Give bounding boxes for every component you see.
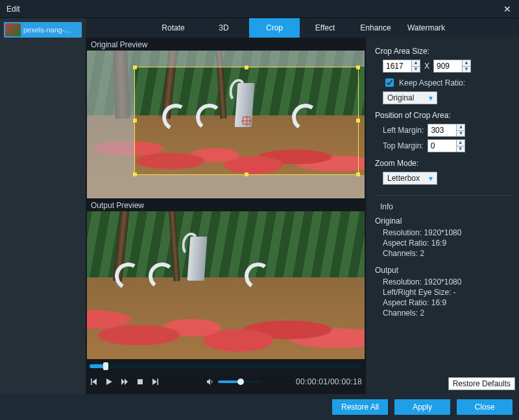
side-panel: Crop Area Size: ▲▼ X ▲▼ bbox=[366, 38, 519, 394]
top-margin-input[interactable] bbox=[428, 139, 456, 152]
info-header: Info bbox=[380, 202, 513, 211]
aspect-ratio-select[interactable]: Original ▼ bbox=[383, 91, 437, 104]
top-margin-label: Top Margin: bbox=[383, 141, 424, 150]
info-output-head: Output bbox=[375, 266, 513, 275]
up-icon[interactable]: ▲ bbox=[457, 140, 465, 146]
up-icon[interactable]: ▲ bbox=[457, 124, 465, 130]
crop-height-input[interactable] bbox=[433, 60, 462, 73]
preview-column: Original Preview bbox=[86, 38, 366, 394]
skip-back-icon[interactable] bbox=[90, 378, 97, 386]
time-display: 00:00:01/00:00:18 bbox=[296, 377, 362, 386]
original-preview-label: Original Preview bbox=[87, 38, 365, 51]
main-area: Rotate 3D Crop Effect Enhance Watermark … bbox=[86, 18, 519, 394]
clips-sidebar: pexels-nang-... bbox=[0, 18, 86, 394]
x-separator: X bbox=[424, 62, 429, 71]
original-preview[interactable] bbox=[87, 51, 365, 198]
left-margin-label: Left Margin: bbox=[383, 126, 424, 135]
output-preview bbox=[87, 211, 365, 359]
top-margin-stepper[interactable]: ▲▼ bbox=[428, 139, 465, 152]
svg-rect-0 bbox=[138, 379, 143, 384]
up-icon[interactable]: ▲ bbox=[412, 60, 420, 66]
content-row: Original Preview bbox=[86, 38, 519, 394]
titlebar: Edit bbox=[0, 0, 519, 18]
left-margin-stepper[interactable]: ▲▼ bbox=[428, 124, 465, 137]
tabs: Rotate 3D Crop Effect Enhance Watermark bbox=[86, 18, 519, 38]
clip-thumbnail bbox=[5, 23, 21, 36]
crop-rectangle[interactable] bbox=[134, 67, 359, 174]
close-button[interactable]: Close bbox=[457, 399, 513, 415]
edit-window: Edit pexels-nang-... Rotate 3D Crop Effe… bbox=[0, 0, 519, 420]
position-title: Position of Crop Area: bbox=[375, 111, 513, 120]
left-margin-input[interactable] bbox=[428, 124, 456, 137]
down-icon[interactable]: ▼ bbox=[412, 66, 420, 73]
close-icon[interactable] bbox=[502, 4, 513, 14]
divider bbox=[375, 195, 513, 196]
tab-enhance[interactable]: Enhance bbox=[350, 18, 401, 38]
fast-forward-icon[interactable] bbox=[121, 378, 128, 386]
seek-bar[interactable] bbox=[90, 364, 362, 368]
apply-button[interactable]: Apply bbox=[394, 399, 450, 415]
tab-effect[interactable]: Effect bbox=[300, 18, 350, 38]
up-icon[interactable]: ▲ bbox=[463, 60, 470, 66]
tab-3d[interactable]: 3D bbox=[199, 18, 249, 38]
clip-item[interactable]: pexels-nang-... bbox=[4, 22, 82, 38]
volume-icon[interactable] bbox=[206, 378, 214, 386]
zoom-mode-select[interactable]: Letterbox ▼ bbox=[383, 172, 437, 185]
stop-icon[interactable] bbox=[136, 378, 144, 386]
clip-name: pexels-nang-... bbox=[23, 26, 71, 34]
output-preview-label: Output Preview bbox=[87, 198, 365, 211]
transport: 00:00:01/00:00:18 bbox=[87, 364, 365, 389]
footer: Restore All Apply Close bbox=[0, 394, 519, 420]
tab-watermark[interactable]: Watermark bbox=[401, 18, 452, 38]
info-output: Output Resolution: 1920*1080 Left/Right … bbox=[375, 266, 513, 318]
body-area: pexels-nang-... Rotate 3D Crop Effect En… bbox=[0, 18, 519, 394]
tab-rotate[interactable]: Rotate bbox=[148, 18, 199, 38]
info-original: Original Resolution: 1920*1080 Aspect Ra… bbox=[375, 216, 513, 258]
seek-knob[interactable] bbox=[103, 362, 108, 370]
volume-control[interactable] bbox=[206, 378, 262, 386]
keep-aspect-ratio[interactable]: Keep Aspect Ratio: bbox=[383, 76, 513, 89]
tab-crop[interactable]: Crop bbox=[249, 18, 300, 38]
chevron-down-icon: ▼ bbox=[428, 175, 434, 182]
info-original-head: Original bbox=[375, 216, 513, 226]
crop-height-stepper[interactable]: ▲▼ bbox=[433, 60, 471, 73]
crop-area-size-title: Crop Area Size: bbox=[375, 47, 513, 56]
down-icon[interactable]: ▼ bbox=[457, 146, 465, 152]
keep-aspect-label: Keep Aspect Ratio: bbox=[399, 78, 465, 88]
restore-all-button[interactable]: Restore All bbox=[332, 399, 388, 415]
chevron-down-icon: ▼ bbox=[428, 95, 434, 102]
crop-width-stepper[interactable]: ▲▼ bbox=[383, 60, 420, 73]
restore-defaults-button[interactable]: Restore Defaults bbox=[448, 377, 515, 390]
window-title: Edit bbox=[6, 5, 20, 14]
keep-aspect-checkbox[interactable] bbox=[385, 78, 394, 87]
down-icon[interactable]: ▼ bbox=[463, 66, 470, 73]
zoom-mode-title: Zoom Mode: bbox=[375, 159, 513, 168]
down-icon[interactable]: ▼ bbox=[457, 130, 465, 137]
play-icon[interactable] bbox=[105, 378, 113, 386]
crop-width-input[interactable] bbox=[383, 60, 411, 73]
volume-slider[interactable] bbox=[218, 380, 262, 383]
skip-forward-icon[interactable] bbox=[152, 378, 160, 386]
